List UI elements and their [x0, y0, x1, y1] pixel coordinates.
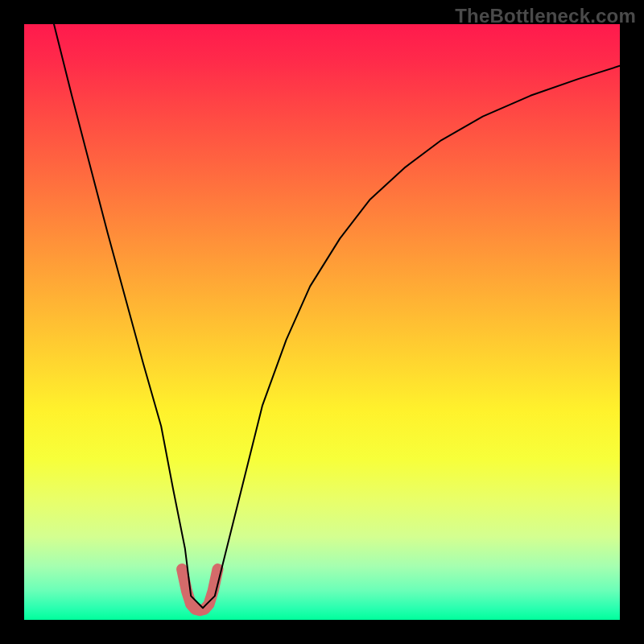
chart-svg: [24, 24, 620, 620]
watermark-text: TheBottleneck.com: [455, 5, 636, 27]
chart-plot-area: [24, 24, 620, 620]
bottleneck-curve-path: [54, 24, 620, 608]
